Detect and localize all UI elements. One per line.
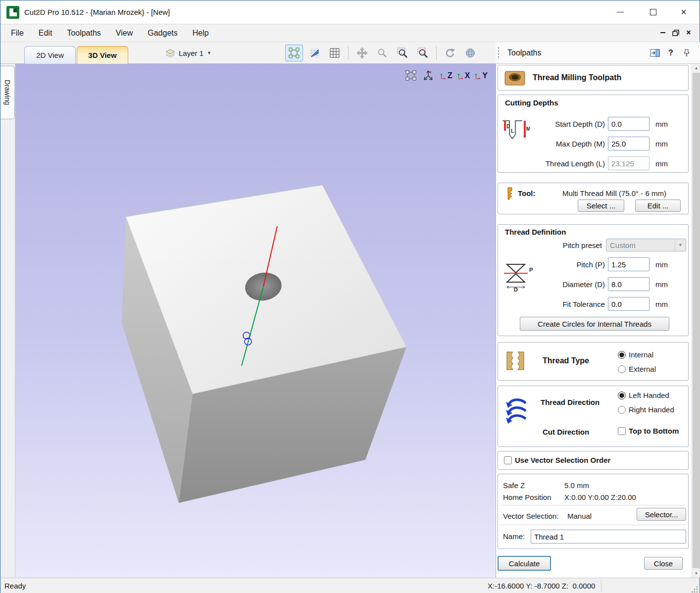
view-y-label: Y <box>482 72 488 79</box>
start-depth-unit: mm <box>655 120 668 128</box>
zoom-selected-button[interactable] <box>414 45 432 61</box>
internal-label: Internal <box>629 350 653 359</box>
menu-help[interactable]: Help <box>185 26 216 41</box>
app-window: Cut2D Pro 10.512 - {Marian Mrozek} - [Ne… <box>0 0 700 593</box>
tool-group: Tool: Multi Thread Mill (75.0° - 6 mm) S… <box>498 183 689 214</box>
scroll-up-button[interactable]: ▲ <box>692 64 700 72</box>
tool-select-button[interactable]: Select ... <box>578 199 624 212</box>
viewport-3d[interactable]: z Z X <box>15 64 496 578</box>
model-cube <box>15 64 496 578</box>
scroll-down-button[interactable]: ▼ <box>692 569 700 578</box>
vector-order-option[interactable]: Use Vector Selection Order <box>504 456 610 464</box>
svg-text:P: P <box>529 267 533 273</box>
rotate-view-button[interactable] <box>441 45 459 61</box>
side-tab-strip: Drawing <box>0 64 15 578</box>
toolpath-name-input[interactable] <box>531 530 686 544</box>
drawing-tab[interactable]: Drawing <box>0 66 15 119</box>
max-depth-input[interactable] <box>608 137 650 150</box>
tab-3d-view[interactable]: 3D View <box>77 46 128 64</box>
grid-toggle-button[interactable] <box>326 45 344 61</box>
snap-grid-button[interactable] <box>305 45 323 61</box>
toolpaths-drawer-button[interactable] <box>649 47 661 59</box>
menubar: File Edit Toolpaths View Gadgets Help × <box>0 24 700 42</box>
view-z-label: Z <box>448 72 452 79</box>
panel-drag-handle[interactable] <box>498 47 500 59</box>
mdi-restore-button[interactable] <box>670 26 682 39</box>
status-ready: Ready <box>4 582 26 590</box>
close-button[interactable]: × <box>670 0 698 24</box>
thread-type-external-option[interactable]: External <box>618 365 656 373</box>
pan-view-button[interactable] <box>353 45 371 61</box>
layer-picker[interactable]: Layer 1 ▼ <box>161 46 215 60</box>
thread-type-internal-option[interactable]: Internal <box>618 350 653 359</box>
top-to-bottom-checkbox[interactable] <box>618 427 626 435</box>
pin-button[interactable] <box>680 47 693 59</box>
chevron-down-icon: ▼ <box>207 50 211 55</box>
shaded-view-button[interactable] <box>461 45 479 61</box>
zoom-window-button[interactable] <box>394 45 411 61</box>
view-along-y-button[interactable]: Y <box>475 72 488 79</box>
vector-order-checkbox[interactable] <box>504 456 512 464</box>
vector-order-label: Use Vector Selection Order <box>515 456 610 464</box>
selection-box-button[interactable] <box>405 70 417 81</box>
scrollbar-thumb[interactable] <box>693 73 700 568</box>
statusbar: Ready X:-16.6000 Y: -8.7000 Z: 0.0000 <box>0 578 700 593</box>
resize-grip-icon[interactable] <box>692 586 699 593</box>
thread-definition-title: Thread Definition <box>505 228 566 236</box>
tab-3d-view-label: 3D View <box>88 51 116 59</box>
pin-icon <box>684 49 690 57</box>
zoom-out-button[interactable] <box>373 45 391 61</box>
name-label: Name: <box>503 532 525 541</box>
view-toolbar-icons <box>285 44 479 62</box>
panel-title: Toolpaths <box>507 49 542 57</box>
panel-scrollbar[interactable]: ▲ ▼ <box>692 64 700 578</box>
create-circles-button[interactable]: Create Circles for Internal Threads <box>520 317 669 331</box>
menu-gadgets[interactable]: Gadgets <box>140 26 185 41</box>
summary-group: Safe Z 5.0 mm Home Position X:0.00 Y:0.0… <box>498 474 689 549</box>
tool-edit-button[interactable]: Edit ... <box>635 199 681 212</box>
toolbar-separator <box>348 46 349 60</box>
help-button[interactable]: ? <box>664 47 677 59</box>
mdi-minimize-button[interactable] <box>657 26 669 39</box>
snap-geometry-icon <box>289 48 300 58</box>
right-handed-option[interactable]: Right Handed <box>618 405 674 414</box>
selector-button[interactable]: Selector... <box>637 508 686 521</box>
menu-file[interactable]: File <box>3 26 31 41</box>
menu-toolpaths[interactable]: Toolpaths <box>59 26 108 41</box>
svg-text:z: z <box>430 70 432 74</box>
right-handed-radio[interactable] <box>618 406 626 414</box>
snap-geometry-button[interactable] <box>285 45 303 61</box>
top-to-bottom-option[interactable]: Top to Bottom <box>618 427 688 435</box>
tab-2d-view[interactable]: 2D View <box>24 46 76 64</box>
fit-tolerance-unit: mm <box>655 300 668 308</box>
close-panel-button[interactable]: Close <box>644 557 683 570</box>
menu-view[interactable]: View <box>108 26 140 41</box>
minimize-button[interactable] <box>606 0 634 24</box>
diameter-input[interactable] <box>608 277 650 291</box>
mdi-close-button[interactable]: × <box>683 26 695 39</box>
left-handed-option[interactable]: Left Handed <box>618 391 669 399</box>
diameter-unit: mm <box>655 280 668 289</box>
thread-direction-title: Thread Direction <box>541 398 600 406</box>
max-depth-unit: mm <box>655 140 668 148</box>
external-radio[interactable] <box>618 365 626 373</box>
view-orientation-toolbar: z Z X <box>405 69 488 82</box>
axis-widget-icon: z <box>422 69 435 82</box>
left-handed-radio[interactable] <box>618 392 626 399</box>
internal-radio[interactable] <box>618 351 626 359</box>
rotate-view-icon <box>445 48 455 58</box>
start-depth-input[interactable] <box>608 117 650 131</box>
help-icon: ? <box>668 49 673 57</box>
view-along-x-button[interactable]: X <box>457 72 470 79</box>
pitch-preset-label: Pitch preset <box>528 241 602 249</box>
maximize-button[interactable] <box>639 0 667 24</box>
view-along-z-button[interactable]: Z <box>440 72 452 79</box>
menu-edit[interactable]: Edit <box>31 26 60 41</box>
layer-icon <box>165 49 175 57</box>
home-position-label: Home Position <box>503 493 551 501</box>
fit-tolerance-input[interactable] <box>608 297 650 311</box>
isometric-view-button[interactable]: z <box>422 69 435 82</box>
pitch-input[interactable] <box>608 257 650 271</box>
calculate-button[interactable]: Calculate <box>498 556 551 571</box>
maximize-icon <box>650 9 656 15</box>
